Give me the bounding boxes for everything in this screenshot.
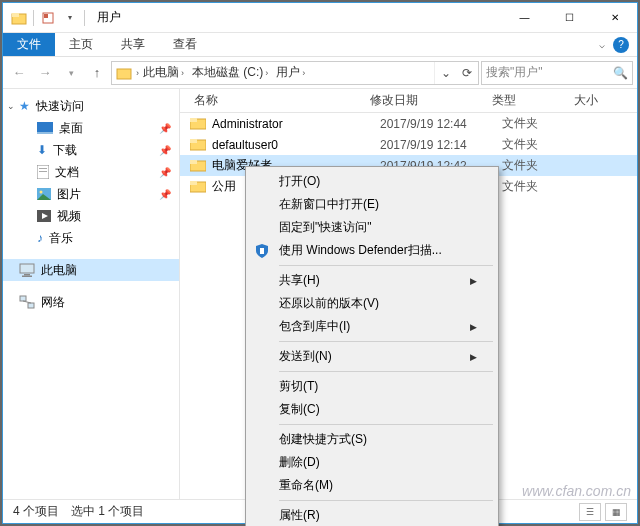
column-headers: 名称 修改日期 类型 大小 (180, 89, 637, 113)
folder-icon (116, 65, 132, 81)
status-count: 4 个项目 (13, 503, 59, 520)
tab-view[interactable]: 查看 (159, 33, 211, 56)
context-menu[interactable]: 打开(O)在新窗口中打开(E)固定到"快速访问"使用 Windows Defen… (245, 166, 499, 526)
menu-item[interactable]: 复制(C) (249, 398, 495, 421)
desktop-icon (37, 122, 53, 134)
svg-rect-4 (117, 69, 131, 79)
pc-icon (19, 263, 35, 277)
svg-point-11 (40, 191, 43, 194)
menu-item-label: 共享(H) (279, 272, 320, 289)
svg-line-20 (23, 301, 31, 303)
col-date[interactable]: 修改日期 (370, 92, 492, 109)
window-controls: — ☐ ✕ (502, 3, 637, 33)
file-type: 文件夹 (502, 136, 584, 153)
close-button[interactable]: ✕ (592, 3, 637, 33)
menu-item[interactable]: 包含到库中(I)▶ (249, 315, 495, 338)
star-icon: ★ (19, 99, 30, 113)
menu-item[interactable]: 共享(H)▶ (249, 269, 495, 292)
maximize-button[interactable]: ☐ (547, 3, 592, 33)
ribbon-collapse-icon[interactable]: ⌵ (599, 39, 605, 50)
table-row[interactable]: Administrator2017/9/19 12:44文件夹 (180, 113, 637, 134)
menu-item[interactable]: 删除(D) (249, 451, 495, 474)
qat-dropdown-icon[interactable]: ▾ (60, 8, 80, 28)
nav-downloads[interactable]: ⬇ 下载📌 (3, 139, 179, 161)
nav-desktop[interactable]: 桌面📌 (3, 117, 179, 139)
search-icon[interactable]: 🔍 (613, 66, 628, 80)
folder-icon (190, 137, 206, 153)
menu-item[interactable]: 打开(O) (249, 170, 495, 193)
nav-pictures[interactable]: 图片📌 (3, 183, 179, 205)
tab-file[interactable]: 文件 (3, 33, 55, 56)
ribbon: 文件 主页 共享 查看 ⌵ ? (3, 33, 637, 57)
download-icon: ⬇ (37, 143, 47, 157)
menu-item-label: 还原以前的版本(V) (279, 295, 379, 312)
refresh-icon[interactable]: ⟳ (456, 62, 478, 84)
menu-item-label: 删除(D) (279, 454, 320, 471)
nav-up-button[interactable]: ↑ (85, 61, 109, 85)
svg-rect-28 (190, 181, 197, 185)
menu-item[interactable]: 剪切(T) (249, 375, 495, 398)
menu-item[interactable]: 重命名(M) (249, 474, 495, 497)
breadcrumb-dropdown-icon[interactable]: ⌄ (434, 62, 456, 84)
submenu-arrow-icon: ▶ (470, 352, 477, 362)
breadcrumb[interactable]: › 此电脑 › 本地磁盘 (C:) › 用户 › ⌄ ⟳ (111, 61, 479, 85)
chevron-down-icon[interactable]: ⌄ (7, 101, 15, 111)
svg-rect-6 (37, 132, 53, 134)
menu-item-label: 发送到(N) (279, 348, 332, 365)
menu-item-label: 重命名(M) (279, 477, 333, 494)
view-details-button[interactable]: ☰ (579, 503, 601, 521)
titlebar: ▾ 用户 — ☐ ✕ (3, 3, 637, 33)
menu-item-label: 打开(O) (279, 173, 320, 190)
svg-rect-19 (28, 303, 34, 308)
minimize-button[interactable]: — (502, 3, 547, 33)
menu-item[interactable]: 还原以前的版本(V) (249, 292, 495, 315)
col-type[interactable]: 类型 (492, 92, 574, 109)
nav-back-button[interactable]: ← (7, 61, 31, 85)
tab-share[interactable]: 共享 (107, 33, 159, 56)
nav-forward-button[interactable]: → (33, 61, 57, 85)
nav-pane: ⌄ ★ 快速访问 桌面📌 ⬇ 下载📌 文档📌 图片📌 (3, 89, 180, 499)
properties-icon[interactable] (38, 8, 58, 28)
search-input[interactable]: 搜索"用户" 🔍 (481, 61, 633, 85)
tab-home[interactable]: 主页 (55, 33, 107, 56)
nav-network[interactable]: 网络 (3, 291, 179, 313)
menu-item[interactable]: 固定到"快速访问" (249, 216, 495, 239)
menu-item[interactable]: 使用 Windows Defender扫描... (249, 239, 495, 262)
pin-icon: 📌 (159, 189, 171, 200)
nav-documents[interactable]: 文档📌 (3, 161, 179, 183)
menu-item-label: 创建快捷方式(S) (279, 431, 367, 448)
help-icon[interactable]: ? (613, 37, 629, 53)
pin-icon: 📌 (159, 167, 171, 178)
nav-videos[interactable]: 视频 (3, 205, 179, 227)
svg-rect-16 (24, 274, 30, 276)
network-icon (19, 295, 35, 309)
menu-item[interactable]: 发送到(N)▶ (249, 345, 495, 368)
nav-quick-access[interactable]: ⌄ ★ 快速访问 (3, 95, 179, 117)
svg-rect-17 (22, 276, 32, 278)
svg-rect-1 (12, 13, 19, 17)
qat: ▾ (3, 8, 87, 28)
submenu-arrow-icon: ▶ (470, 276, 477, 286)
breadcrumb-item[interactable]: 此电脑 › (139, 64, 188, 81)
menu-item[interactable]: 在新窗口中打开(E) (249, 193, 495, 216)
nav-history-icon[interactable]: ▾ (59, 61, 83, 85)
col-size[interactable]: 大小 (574, 92, 637, 109)
defender-icon (253, 242, 271, 260)
breadcrumb-item[interactable]: 用户 › (272, 64, 309, 81)
svg-rect-29 (260, 248, 264, 254)
menu-item-label: 在新窗口中打开(E) (279, 196, 379, 213)
menu-item-label: 剪切(T) (279, 378, 318, 395)
menu-item[interactable]: 属性(R) (249, 504, 495, 526)
file-name: defaultuser0 (212, 138, 380, 152)
view-icons-button[interactable]: ▦ (605, 503, 627, 521)
nav-music[interactable]: ♪ 音乐 (3, 227, 179, 249)
col-name[interactable]: 名称 (180, 92, 370, 109)
svg-rect-18 (20, 296, 26, 301)
menu-item[interactable]: 创建快捷方式(S) (249, 428, 495, 451)
svg-rect-9 (39, 171, 47, 172)
breadcrumb-item[interactable]: 本地磁盘 (C:) › (188, 64, 272, 81)
svg-rect-26 (190, 160, 197, 164)
table-row[interactable]: defaultuser02017/9/19 12:14文件夹 (180, 134, 637, 155)
svg-rect-15 (20, 264, 34, 273)
nav-this-pc[interactable]: 此电脑 (3, 259, 179, 281)
